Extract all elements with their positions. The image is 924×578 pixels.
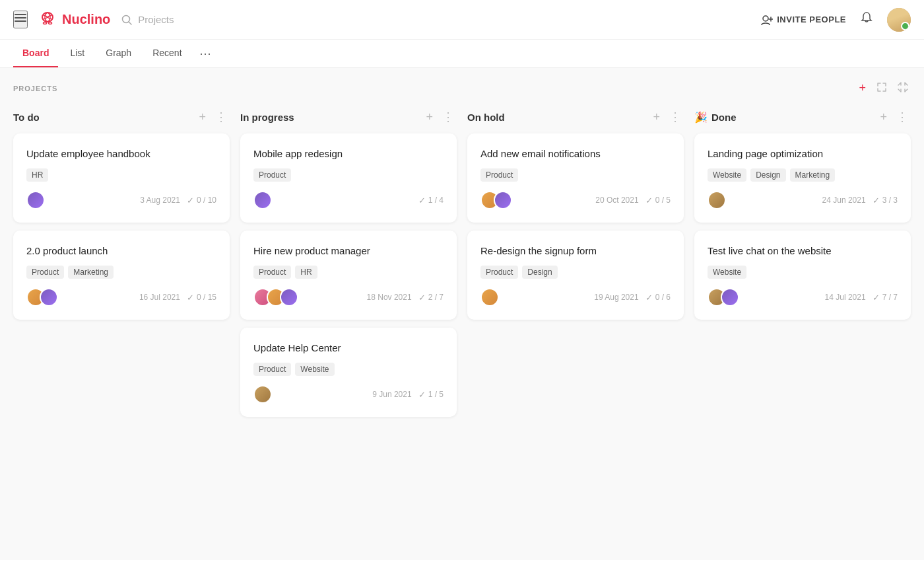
svg-line-9 [129, 22, 131, 24]
card-update-employee-handbook[interactable]: Update employee handbook HR 3 Aug 2021 ✓ [13, 133, 230, 223]
card-title: Landing page optimization [708, 147, 898, 161]
header-left: Nuclino Projects [13, 9, 761, 31]
card-date: 18 Nov 2021 [367, 293, 412, 302]
avatar [26, 191, 45, 209]
avatar [480, 288, 499, 307]
card-tags: Product Design [480, 266, 671, 279]
card-mobile-redesign[interactable]: Mobile app redesign Product ✓ 1 / 4 [240, 133, 457, 223]
card-date: 14 Jul 2021 [825, 293, 866, 302]
card-avatars [253, 191, 272, 209]
board-area: PROJECTS + [0, 68, 924, 560]
card-avatars [480, 288, 499, 307]
column-inprogress-add[interactable]: + [423, 109, 436, 126]
column-onhold-menu[interactable]: ⋮ [667, 108, 684, 126]
card-title: Add new email notifications [480, 147, 671, 161]
card-email-notifications[interactable]: Add new email notifications Product 20 O… [467, 133, 684, 223]
expand-icon [876, 82, 887, 92]
logo-text: Nuclino [62, 12, 110, 27]
card-date: 3 Aug 2021 [140, 196, 180, 205]
card-title: Update employee handbook [26, 147, 216, 161]
tag-product: Product [253, 168, 291, 182]
card-meta: 16 Jul 2021 ✓ 0 / 15 [139, 293, 216, 303]
column-todo-add[interactable]: + [196, 109, 209, 126]
menu-button[interactable] [13, 11, 28, 28]
invite-people-button[interactable]: INVITE PEOPLE [761, 14, 846, 26]
card-avatars [253, 288, 298, 307]
tag-website: Website [295, 363, 334, 376]
card-meta: 18 Nov 2021 ✓ 2 / 7 [367, 293, 444, 303]
column-done-title: Done [711, 112, 873, 123]
column-done-header: 🎉 Done + ⋮ [694, 108, 911, 126]
column-onhold-title: On hold [467, 112, 646, 123]
avatar [494, 191, 512, 209]
card-footer: 3 Aug 2021 ✓ 0 / 10 [26, 191, 216, 209]
card-avatars [708, 191, 726, 209]
add-item-button[interactable]: + [856, 79, 869, 98]
card-check: ✓ 0 / 10 [187, 196, 216, 205]
card-meta: 9 Jun 2021 ✓ 1 / 5 [372, 390, 444, 400]
check-icon: ✓ [418, 196, 426, 205]
check-icon: ✓ [873, 196, 880, 205]
logo[interactable]: Nuclino [38, 9, 110, 31]
card-meta: 24 Jun 2021 ✓ 3 / 3 [822, 196, 898, 205]
tag-product: Product [480, 266, 518, 279]
card-tags: Product HR [253, 266, 444, 279]
column-done-emoji: 🎉 [694, 111, 708, 124]
card-meta: 14 Jul 2021 ✓ 7 / 7 [825, 293, 898, 303]
tabs-more-button[interactable]: ⋯ [194, 40, 216, 67]
collapse-button[interactable] [895, 79, 911, 98]
avatar [721, 288, 739, 307]
notifications-button[interactable] [859, 11, 874, 28]
column-done-add[interactable]: + [877, 109, 890, 126]
view-tabs: Board List Graph Recent ⋯ [0, 40, 924, 68]
avatar [253, 191, 272, 209]
user-avatar[interactable] [887, 8, 911, 32]
tag-design: Design [522, 266, 557, 279]
tab-recent[interactable]: Recent [143, 40, 191, 67]
column-onhold-add[interactable]: + [650, 109, 663, 126]
card-footer: 24 Jun 2021 ✓ 3 / 3 [708, 191, 898, 209]
collapse-icon [898, 82, 908, 92]
card-meta: 20 Oct 2021 ✓ 0 / 5 [595, 196, 671, 205]
search-placeholder: Projects [138, 14, 174, 25]
card-signup-form[interactable]: Re-design the signup form Product Design… [467, 231, 684, 320]
check-icon: ✓ [187, 196, 194, 205]
card-product-launch[interactable]: 2.0 product launch Product Marketing 16 … [13, 231, 230, 320]
card-date: 24 Jun 2021 [822, 196, 866, 205]
card-title: Update Help Center [253, 341, 444, 355]
invite-label: INVITE PEOPLE [777, 15, 846, 24]
card-title: Test live chat on the website [708, 244, 898, 258]
column-done-menu[interactable]: ⋮ [894, 108, 911, 126]
check-icon: ✓ [873, 293, 880, 303]
check-icon: ✓ [418, 293, 426, 303]
card-tags: Website Design Marketing [708, 168, 898, 182]
tag-website: Website [708, 168, 746, 182]
tag-hr: HR [26, 168, 48, 182]
card-meta: 19 Aug 2021 ✓ 0 / 6 [594, 293, 671, 303]
card-update-help-center[interactable]: Update Help Center Product Website 9 Jun… [240, 328, 457, 417]
tab-list[interactable]: List [61, 40, 94, 67]
card-tags: Product Website [253, 363, 444, 376]
card-avatars [26, 191, 45, 209]
card-avatars [253, 385, 272, 404]
svg-rect-2 [15, 20, 26, 22]
expand-button[interactable] [874, 79, 890, 98]
card-footer: 18 Nov 2021 ✓ 2 / 7 [253, 288, 444, 307]
avatar [708, 191, 726, 209]
card-title: Re-design the signup form [480, 244, 671, 258]
card-landing-page[interactable]: Landing page optimization Website Design… [694, 133, 911, 223]
card-footer: ✓ 1 / 4 [253, 191, 444, 209]
card-footer: 16 Jul 2021 ✓ 0 / 15 [26, 288, 216, 307]
card-footer: 20 Oct 2021 ✓ 0 / 5 [480, 191, 671, 209]
card-footer: 9 Jun 2021 ✓ 1 / 5 [253, 385, 444, 404]
column-inprogress-menu[interactable]: ⋮ [440, 108, 457, 126]
card-live-chat[interactable]: Test live chat on the website Website 14… [694, 231, 911, 320]
search-bar[interactable]: Projects [121, 14, 174, 26]
tab-board[interactable]: Board [13, 40, 58, 67]
card-check: ✓ 0 / 5 [645, 196, 671, 205]
column-todo-menu[interactable]: ⋮ [213, 108, 230, 126]
card-avatars [480, 191, 512, 209]
tab-graph[interactable]: Graph [96, 40, 141, 67]
card-hire-product-manager[interactable]: Hire new product manager Product HR 18 N… [240, 231, 457, 320]
card-date: 16 Jul 2021 [139, 293, 180, 302]
